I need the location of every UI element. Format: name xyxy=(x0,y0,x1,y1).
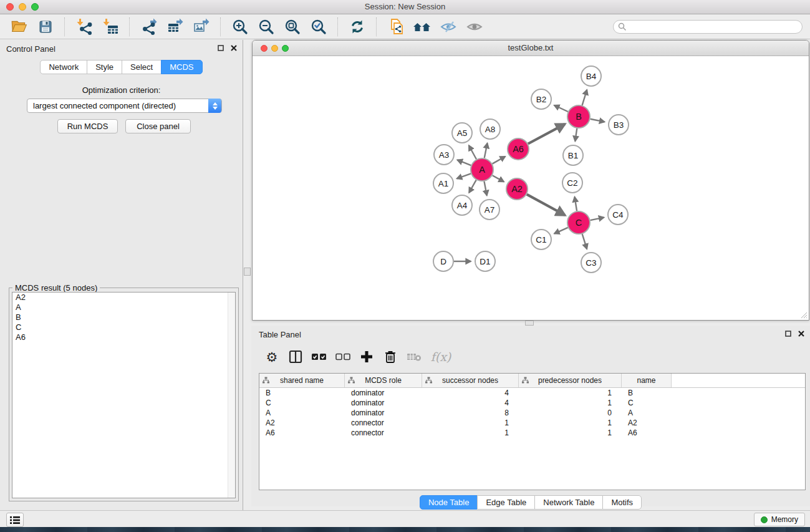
close-panel-icon[interactable] xyxy=(231,45,237,51)
tab-style[interactable]: Style xyxy=(87,60,122,74)
node-A5[interactable]: A5 xyxy=(452,123,472,143)
window-resize-grip[interactable] xyxy=(799,310,808,319)
column-header-name[interactable]: name xyxy=(622,374,672,387)
tab-network-table[interactable]: Network Table xyxy=(534,495,603,510)
node-C2[interactable]: C2 xyxy=(562,173,582,193)
edge-A-A7[interactable] xyxy=(485,181,487,196)
node-C4[interactable]: C4 xyxy=(608,205,628,225)
edge-B-B4[interactable] xyxy=(582,90,587,105)
export-table-button[interactable] xyxy=(165,17,186,37)
import-network-button[interactable] xyxy=(74,17,95,37)
save-session-button[interactable] xyxy=(35,17,56,37)
edge-B-B3[interactable] xyxy=(591,119,605,122)
column-header-successor-nodes[interactable]: successor nodes xyxy=(422,374,519,387)
node-D[interactable]: D xyxy=(433,251,453,271)
zoom-window-button[interactable] xyxy=(31,3,39,11)
column-header-mcds-role[interactable]: MCDS role xyxy=(345,374,422,387)
tab-select[interactable]: Select xyxy=(122,60,162,74)
search-input[interactable] xyxy=(613,20,803,34)
edge-B-B2[interactable] xyxy=(554,105,568,112)
edge-A-A1[interactable] xyxy=(457,173,471,178)
edge-A-A6[interactable] xyxy=(493,157,506,164)
tab-mcds[interactable]: MCDS xyxy=(161,60,202,74)
mcds-result-list[interactable]: A2ABCA6 xyxy=(12,292,236,498)
edge-A-A4[interactable] xyxy=(469,180,476,193)
node-C3[interactable]: C3 xyxy=(581,253,601,273)
mcds-result-item[interactable]: B xyxy=(12,312,235,322)
node-B2[interactable]: B2 xyxy=(531,89,551,109)
create-column-button[interactable] xyxy=(355,346,378,367)
criterion-dropdown[interactable]: largest connected component (directed) xyxy=(27,99,222,113)
edge-C-C2[interactable] xyxy=(575,197,577,211)
open-session-button[interactable] xyxy=(9,17,30,37)
table-settings-button[interactable]: ⚙ xyxy=(260,346,284,367)
close-panel-icon[interactable] xyxy=(798,331,804,337)
close-window-button[interactable] xyxy=(261,45,268,52)
close-window-button[interactable] xyxy=(6,3,14,11)
node-A2[interactable]: A2 xyxy=(506,178,528,200)
edge-A-A3[interactable] xyxy=(457,160,471,165)
node-C[interactable]: C xyxy=(567,211,590,234)
edge-A-A5[interactable] xyxy=(469,145,476,159)
table-row[interactable]: Bdominator41B xyxy=(259,388,805,398)
float-panel-icon[interactable] xyxy=(218,45,224,51)
import-table-button[interactable] xyxy=(100,17,121,37)
show-all-button[interactable] xyxy=(464,17,485,37)
run-mcds-button[interactable]: Run MCDS xyxy=(57,119,118,133)
close-panel-button[interactable]: Close panel xyxy=(125,119,191,133)
show-column-panel-button[interactable] xyxy=(284,346,307,367)
vertical-splitter-handle[interactable] xyxy=(244,268,251,276)
mcds-result-item[interactable]: A xyxy=(12,302,235,312)
tab-edge-table[interactable]: Edge Table xyxy=(477,495,535,510)
task-history-button[interactable] xyxy=(6,513,24,527)
minimize-window-button[interactable] xyxy=(19,3,26,11)
export-network-button[interactable] xyxy=(138,17,160,37)
node-A7[interactable]: A7 xyxy=(480,200,499,220)
clone-network-button[interactable] xyxy=(385,17,407,37)
select-all-rows-button[interactable] xyxy=(307,346,331,367)
zoom-in-button[interactable] xyxy=(229,17,251,37)
table-row[interactable]: A6connector11A6 xyxy=(259,428,805,438)
column-header-predecessor-nodes[interactable]: predecessor nodes xyxy=(519,374,622,387)
export-image-button[interactable] xyxy=(191,17,212,37)
delete-column-button[interactable] xyxy=(378,346,402,367)
list-scrollbar[interactable] xyxy=(228,293,235,498)
node-A[interactable]: A xyxy=(471,158,493,181)
mcds-result-item[interactable]: A2 xyxy=(12,293,235,302)
network-canvas[interactable]: B4B2BB3A8A5A6B1A3AA1C2A2A4A7C4CC1C3DD1 xyxy=(253,56,809,320)
edge-A6-B[interactable] xyxy=(528,124,565,144)
home-button[interactable] xyxy=(412,17,433,37)
zoom-out-button[interactable] xyxy=(256,17,277,37)
node-A4[interactable]: A4 xyxy=(452,195,472,215)
memory-button[interactable]: Memory xyxy=(754,513,805,526)
zoom-window-button[interactable] xyxy=(282,45,289,52)
mcds-result-item[interactable]: C xyxy=(12,322,235,332)
table-row[interactable]: A2connector11A2 xyxy=(259,418,805,428)
node-A3[interactable]: A3 xyxy=(434,145,454,165)
delete-table-button[interactable] xyxy=(402,346,426,367)
network-window-titlebar[interactable]: testGlobe.txt xyxy=(253,41,809,56)
node-B1[interactable]: B1 xyxy=(563,145,583,165)
zoom-fit-button[interactable] xyxy=(282,17,303,37)
tab-network[interactable]: Network xyxy=(40,60,87,74)
node-B3[interactable]: B3 xyxy=(609,115,629,135)
function-builder-button[interactable]: f(x) xyxy=(426,346,456,367)
zoom-selected-button[interactable] xyxy=(308,17,329,37)
edge-C-C4[interactable] xyxy=(591,218,604,221)
hide-selected-button[interactable] xyxy=(438,17,459,37)
refresh-button[interactable] xyxy=(347,17,368,37)
node-A1[interactable]: A1 xyxy=(433,173,453,193)
edge-B-B1[interactable] xyxy=(575,128,577,141)
minimize-window-button[interactable] xyxy=(271,45,278,52)
column-header-shared-name[interactable]: shared name xyxy=(259,374,345,387)
tab-motifs[interactable]: Motifs xyxy=(602,495,642,510)
node-B4[interactable]: B4 xyxy=(581,66,601,86)
deselect-all-rows-button[interactable] xyxy=(331,346,355,367)
edge-C-C1[interactable] xyxy=(554,228,568,234)
table-row[interactable]: Cdominator41C xyxy=(259,398,805,408)
node-C1[interactable]: C1 xyxy=(531,230,551,249)
edge-A2-C[interactable] xyxy=(527,195,565,215)
float-panel-icon[interactable] xyxy=(785,331,791,337)
table-row[interactable]: Adominator80A xyxy=(259,408,805,418)
node-D1[interactable]: D1 xyxy=(475,251,495,271)
